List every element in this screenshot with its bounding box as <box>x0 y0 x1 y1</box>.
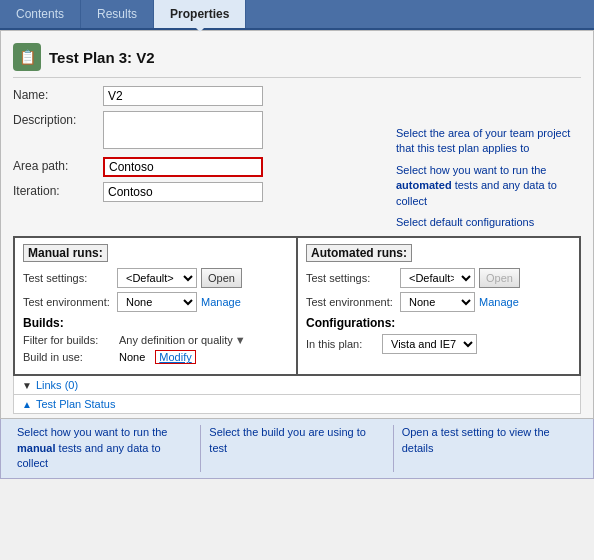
configs-title: Configurations: <box>306 316 571 330</box>
runs-panels: Manual runs: Test settings: <Default> Op… <box>13 236 581 376</box>
manual-test-settings-select-wrapper: <Default> <box>117 268 197 288</box>
manual-test-settings-row: Test settings: <Default> Open <box>23 268 288 288</box>
manual-runs-panel: Manual runs: Test settings: <Default> Op… <box>15 238 298 374</box>
iteration-row: Iteration: <box>13 182 388 202</box>
auto-manage-link[interactable]: Manage <box>479 296 519 308</box>
callout-manual: Select how you want to run the manual te… <box>9 425 201 471</box>
desc-row: Description: <box>13 111 388 152</box>
manual-test-env-row: Test environment: None Manage <box>23 292 288 312</box>
auto-test-settings-select[interactable]: <Default> <box>400 268 475 288</box>
app-container: Contents Results Properties 📋 Test Plan … <box>0 0 594 479</box>
name-label: Name: <box>13 86 103 102</box>
config-in-plan-select-wrapper: Vista and IE7 <box>382 334 477 354</box>
auto-test-env-select[interactable]: None <box>400 292 475 312</box>
config-in-plan-row: In this plan: Vista and IE7 <box>306 334 571 354</box>
area-label: Area path: <box>13 157 103 173</box>
manual-runs-title: Manual runs: <box>23 244 108 262</box>
manual-test-settings-select[interactable]: <Default> <box>117 268 197 288</box>
config-in-plan-select[interactable]: Vista and IE7 <box>382 334 477 354</box>
auto-test-settings-row: Test settings: <Default> Open <box>306 268 571 288</box>
build-modify-link[interactable]: Modify <box>155 350 195 364</box>
build-in-use-value: None <box>119 351 145 363</box>
tab-properties[interactable]: Properties <box>154 0 246 28</box>
auto-test-env-select-wrapper: None <box>400 292 475 312</box>
auto-test-env-label: Test environment: <box>306 296 396 308</box>
config-callout: Select default configurations <box>396 215 581 230</box>
area-row: Area path: <box>13 157 388 177</box>
test-plan-status-row[interactable]: ▲ Test Plan Status <box>13 395 581 414</box>
callout-manual-text: Select how you want to run the manual te… <box>17 426 167 469</box>
automated-runs-title: Automated runs: <box>306 244 412 262</box>
iteration-field-wrapper <box>103 182 388 202</box>
name-input[interactable] <box>103 86 263 106</box>
auto-open-button[interactable]: Open <box>479 268 520 288</box>
manual-manage-link[interactable]: Manage <box>201 296 241 308</box>
callout-build: Select the build you are using to test <box>201 425 393 471</box>
filter-builds-value: Any definition or quality <box>119 334 233 346</box>
area-callout: Select the area of your team project tha… <box>396 126 581 157</box>
builds-section: Builds: Filter for builds: Any definitio… <box>23 316 288 364</box>
auto-test-settings-select-wrapper: <Default> <box>400 268 475 288</box>
manual-test-env-select[interactable]: None <box>117 292 197 312</box>
area-field-wrapper <box>103 157 388 177</box>
plan-header: 📋 Test Plan 3: V2 <box>13 39 581 78</box>
iteration-input[interactable] <box>103 182 263 202</box>
callout-build-text: Select the build you are using to test <box>209 426 366 453</box>
links-collapse-arrow: ▼ <box>22 380 32 391</box>
name-field-wrapper <box>103 86 388 106</box>
config-in-plan-label: In this plan: <box>306 338 376 350</box>
auto-test-settings-label: Test settings: <box>306 272 396 284</box>
callout-strip: Select how you want to run the manual te… <box>0 419 594 478</box>
status-collapse-arrow: ▲ <box>22 399 32 410</box>
filter-builds-dropdown[interactable]: Any definition or quality ▼ <box>119 334 246 346</box>
manual-open-button[interactable]: Open <box>201 268 242 288</box>
plan-title: Test Plan 3: V2 <box>49 49 155 66</box>
auto-test-env-row: Test environment: None Manage <box>306 292 571 312</box>
tab-bar: Contents Results Properties <box>0 0 594 30</box>
automated-callout: Select how you want to run the automated… <box>396 163 581 209</box>
build-in-use-label: Build in use: <box>23 351 113 363</box>
desc-field-wrapper <box>103 111 388 152</box>
callout-open: Open a test setting to view the details <box>394 425 585 471</box>
top-callouts: Select the area of your team project tha… <box>396 86 581 230</box>
desc-label: Description: <box>13 111 103 127</box>
build-in-use-row: Build in use: None Modify <box>23 350 288 364</box>
builds-title: Builds: <box>23 316 288 330</box>
name-row: Name: <box>13 86 388 106</box>
top-section: Name: Description: Area path: <box>13 86 581 230</box>
callout-open-text: Open a test setting to view the details <box>402 426 550 453</box>
manual-test-env-label: Test environment: <box>23 296 113 308</box>
links-row[interactable]: ▼ Links (0) <box>13 376 581 395</box>
area-input[interactable] <box>103 157 263 177</box>
manual-test-env-select-wrapper: None <box>117 292 197 312</box>
desc-textarea[interactable] <box>103 111 263 149</box>
filter-builds-row: Filter for builds: Any definition or qua… <box>23 334 288 346</box>
main-content: 📋 Test Plan 3: V2 Name: Description: <box>0 30 594 419</box>
tab-contents[interactable]: Contents <box>0 0 81 28</box>
plan-icon: 📋 <box>13 43 41 71</box>
configs-section: Configurations: In this plan: Vista and … <box>306 316 571 354</box>
status-link[interactable]: Test Plan Status <box>36 398 116 410</box>
iteration-label: Iteration: <box>13 182 103 198</box>
links-link[interactable]: Links (0) <box>36 379 78 391</box>
plan-form: Name: Description: Area path: <box>13 86 388 230</box>
filter-builds-label: Filter for builds: <box>23 334 113 346</box>
automated-runs-panel: Automated runs: Test settings: <Default>… <box>298 238 579 374</box>
tab-results[interactable]: Results <box>81 0 154 28</box>
manual-test-settings-label: Test settings: <box>23 272 113 284</box>
filter-builds-arrow: ▼ <box>235 334 246 346</box>
